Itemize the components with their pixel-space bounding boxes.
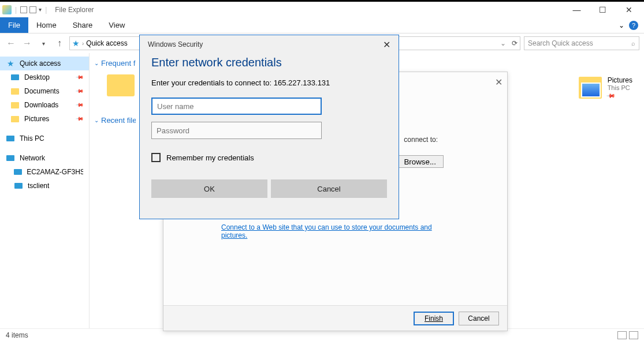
search-icon: ⌕ — [631, 40, 635, 47]
chevron-down-icon: ⌄ — [94, 60, 99, 66]
dialog-heading: Enter network credentials — [151, 56, 387, 69]
website-link[interactable]: Connect to a Web site that you can use t… — [221, 223, 449, 239]
sidebar-item-label: tsclient — [28, 182, 49, 190]
pin-icon: 📌 — [76, 115, 84, 123]
title-bar: | ▾ | File Explorer — ☐ ✕ — [0, 0, 644, 17]
dialog-title: Windows Security — [148, 40, 203, 48]
computer-icon — [14, 183, 23, 189]
tab-share[interactable]: Share — [65, 17, 101, 33]
remember-checkbox[interactable]: Remember my credentials — [151, 153, 387, 162]
view-details-icon[interactable] — [617, 331, 627, 339]
pin-icon: 📌 — [76, 73, 84, 82]
qat-icon-2[interactable] — [29, 6, 36, 13]
up-button[interactable]: ↑ — [53, 37, 66, 50]
window-title: File Explorer — [55, 6, 94, 14]
help-icon[interactable]: ? — [629, 21, 638, 30]
close-button[interactable]: ✕ — [616, 2, 642, 17]
group-label: Recent files — [101, 116, 136, 125]
ribbon-expand-icon[interactable]: ⌄ — [619, 21, 624, 29]
pin-icon: 📌 — [606, 91, 616, 100]
sidebar-item-downloads[interactable]: Downloads 📌 — [0, 98, 89, 112]
folder-icon — [107, 74, 135, 96]
chevron-right-icon[interactable]: › — [82, 40, 84, 47]
separator: | — [15, 6, 17, 14]
credentials-dialog: Windows Security ✕ Enter network credent… — [139, 35, 399, 219]
dialog-close-button[interactable]: ✕ — [383, 39, 390, 50]
sidebar-item-label: Desktop — [24, 73, 50, 81]
sidebar-item-label: Quick access — [20, 59, 61, 68]
pin-icon: 📌 — [76, 87, 84, 96]
cancel-button[interactable]: Cancel — [459, 312, 499, 325]
pin-icon: 📌 — [76, 101, 84, 110]
group-label: Frequent folders (4) — [101, 59, 136, 68]
forward-button[interactable]: → — [21, 37, 33, 50]
ribbon: File Home Share View ⌄ ? — [0, 17, 644, 33]
star-icon: ★ — [6, 59, 15, 68]
star-icon: ★ — [72, 39, 80, 48]
password-input[interactable] — [151, 122, 322, 139]
history-dropdown-icon[interactable]: ▾ — [37, 37, 50, 50]
maximize-button[interactable]: ☐ — [590, 2, 616, 17]
back-button[interactable]: ← — [5, 37, 17, 50]
qat-icon[interactable] — [20, 6, 27, 13]
sidebar-item-tsclient[interactable]: tsclient — [0, 179, 89, 193]
pictures-name: Pictures — [608, 76, 632, 84]
qat-caret-icon[interactable]: ▾ — [39, 6, 42, 13]
username-input[interactable] — [151, 98, 322, 115]
separator: | — [45, 6, 47, 14]
chevron-down-icon: ⌄ — [94, 117, 99, 123]
folder-icon — [11, 102, 19, 108]
network-icon — [6, 155, 14, 161]
sidebar-item-documents[interactable]: Documents 📌 — [0, 84, 89, 98]
sidebar-item-label: EC2AMAZ-GF3HSM — [27, 168, 83, 176]
pictures-icon — [579, 77, 602, 99]
search-box[interactable]: Search Quick access ⌕ — [524, 36, 639, 50]
breadcrumb[interactable]: Quick access — [86, 39, 127, 47]
sidebar-item-label: Downloads — [24, 101, 58, 109]
ok-button[interactable]: OK — [151, 179, 267, 198]
search-placeholder: Search Quick access — [528, 39, 593, 47]
finish-button[interactable]: Finish — [414, 312, 454, 325]
sidebar-item-label: Pictures — [24, 115, 49, 123]
folder-icon — [11, 116, 19, 122]
monitor-icon — [11, 74, 19, 80]
computer-icon — [14, 169, 22, 175]
sidebar-item-ec2[interactable]: EC2AMAZ-GF3HSM — [0, 165, 89, 179]
sidebar-item-pictures[interactable]: Pictures 📌 — [0, 112, 89, 126]
view-large-icon[interactable] — [629, 331, 638, 339]
item-count: 4 items — [6, 331, 28, 339]
sidebar-item-label: Documents — [24, 87, 59, 95]
refresh-icon[interactable]: ⟳ — [512, 39, 518, 47]
sidebar-item-this-pc[interactable]: This PC — [0, 132, 89, 145]
addr-dropdown-icon[interactable]: ⌄ — [500, 39, 506, 47]
sidebar-item-label: Network — [20, 154, 45, 162]
sidebar: ★ Quick access Desktop 📌 Documents 📌 Dow… — [0, 53, 90, 328]
cancel-button[interactable]: Cancel — [271, 179, 387, 198]
browse-button[interactable]: Browse... — [396, 155, 444, 168]
sidebar-item-desktop[interactable]: Desktop 📌 — [0, 70, 89, 84]
sidebar-item-label: This PC — [20, 134, 44, 143]
checkbox-label: Remember my credentials — [166, 153, 254, 162]
folder-item[interactable] — [107, 74, 135, 96]
folder-icon — [11, 88, 19, 95]
pictures-location: This PC — [608, 84, 632, 91]
sidebar-item-quick-access[interactable]: ★ Quick access — [0, 57, 89, 70]
tab-home[interactable]: Home — [28, 17, 65, 33]
minimize-button[interactable]: — — [564, 2, 590, 17]
monitor-icon — [6, 136, 14, 141]
tab-view[interactable]: View — [100, 17, 133, 33]
wizard-close-button[interactable]: ✕ — [495, 77, 502, 88]
app-icon — [2, 5, 12, 14]
pictures-item[interactable]: Pictures This PC 📌 — [579, 76, 632, 99]
dialog-subtext: Enter your credentials to connect to: 16… — [151, 78, 387, 87]
sidebar-item-network[interactable]: Network — [0, 151, 89, 165]
checkbox-icon[interactable] — [151, 153, 161, 162]
file-tab[interactable]: File — [0, 17, 28, 33]
